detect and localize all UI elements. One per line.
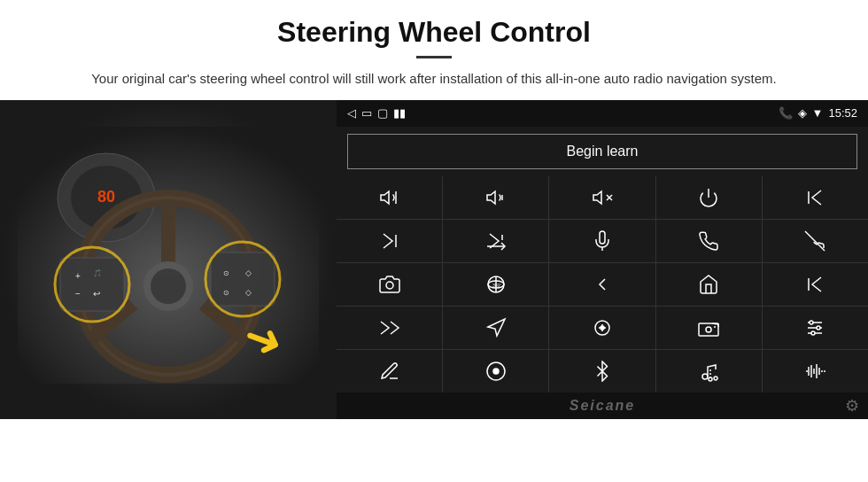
svg-text:◇: ◇	[245, 268, 252, 277]
svg-point-56	[811, 331, 815, 335]
subtitle-text: Your original car's steering wheel contr…	[89, 69, 779, 89]
location-icon: ◈	[798, 106, 807, 120]
recents-icon[interactable]: ▢	[377, 106, 388, 120]
navigation-button[interactable]	[443, 307, 548, 349]
vol-up-button[interactable]	[337, 176, 442, 219]
status-left: ◁ ▭ ▢ ▮▮	[347, 106, 406, 120]
shuffle-next-button[interactable]	[443, 220, 548, 262]
back-icon[interactable]: ◁	[347, 106, 356, 120]
settings-gear-icon[interactable]: ⚙	[845, 396, 859, 416]
svg-point-54	[810, 321, 813, 324]
page-wrapper: Steering Wheel Control Your original car…	[0, 0, 868, 419]
home-icon[interactable]: ▭	[361, 106, 372, 120]
equalizer-button[interactable]	[549, 307, 655, 349]
svg-text:⊙: ⊙	[223, 289, 229, 297]
control-panel: ◁ ▭ ▢ ▮▮ 📞 ◈ ▼ 15:52 Begin learn	[337, 100, 868, 419]
svg-text:↩: ↩	[93, 289, 100, 299]
begin-learn-button[interactable]: Begin learn	[347, 134, 857, 169]
fast-forward-button[interactable]	[337, 307, 442, 349]
svg-point-55	[817, 326, 820, 330]
svg-text:◇: ◇	[245, 288, 252, 297]
svg-point-47	[601, 326, 604, 330]
svg-text:🎵: 🎵	[93, 268, 102, 277]
svg-text:80: 80	[97, 188, 115, 206]
svg-text:⊙: ⊙	[223, 269, 229, 277]
content-area: 80 + 🎵 − ↩	[0, 100, 868, 419]
svg-rect-16	[211, 253, 275, 306]
next-track-button[interactable]	[337, 220, 442, 262]
begin-learn-row: Begin learn	[337, 127, 868, 176]
waveform-button[interactable]	[763, 350, 868, 393]
status-bar: ◁ ▭ ▢ ▮▮ 📞 ◈ ▼ 15:52	[337, 100, 868, 127]
svg-text:360°: 360°	[492, 283, 501, 288]
svg-marker-43	[488, 319, 505, 336]
vol-down-button[interactable]	[443, 176, 548, 219]
icon-grid: 360°	[337, 176, 868, 393]
skip-back-button[interactable]	[763, 263, 868, 306]
360-view-button[interactable]: 360°	[443, 263, 548, 306]
bottom-bar: Seicane ⚙	[337, 393, 868, 419]
settings-eq-button[interactable]	[763, 307, 868, 349]
prev-track-phone-button[interactable]	[763, 176, 868, 219]
header-section: Steering Wheel Control Your original car…	[0, 0, 868, 100]
power-button[interactable]	[656, 176, 762, 219]
back-nav-button[interactable]	[549, 263, 655, 306]
brand-watermark: Seicane	[570, 398, 635, 414]
end-call-button[interactable]	[763, 220, 868, 262]
svg-point-60	[714, 377, 717, 380]
music-settings-button[interactable]	[656, 350, 762, 393]
time-display: 15:52	[828, 106, 857, 120]
radio-button[interactable]	[656, 307, 762, 349]
bluetooth-button[interactable]	[549, 350, 655, 393]
pen-button[interactable]	[337, 350, 442, 393]
svg-marker-23	[381, 191, 389, 204]
car-background: 80 + 🎵 − ↩	[0, 100, 337, 419]
svg-point-58	[493, 369, 499, 374]
home-nav-button[interactable]	[656, 263, 762, 306]
phone-call-button[interactable]	[656, 220, 762, 262]
svg-point-59	[702, 374, 708, 379]
status-right: 📞 ◈ ▼ 15:52	[779, 106, 857, 120]
mic-button[interactable]	[549, 220, 655, 262]
svg-line-36	[805, 231, 825, 251]
svg-point-49	[706, 327, 711, 332]
title-divider	[416, 56, 452, 58]
svg-marker-27	[593, 191, 601, 204]
car-image-section: 80 + 🎵 − ↩	[0, 100, 337, 419]
svg-point-37	[386, 282, 393, 289]
circle-dot-button[interactable]	[443, 350, 548, 393]
sim-icon: ▮▮	[393, 106, 406, 120]
svg-point-62	[709, 377, 712, 381]
phone-status-icon: 📞	[779, 106, 793, 120]
svg-marker-25	[487, 191, 495, 204]
svg-point-10	[151, 268, 186, 304]
signal-icon: ▼	[812, 106, 824, 120]
svg-text:−: −	[75, 289, 81, 299]
svg-rect-11	[60, 258, 124, 311]
page-title: Steering Wheel Control	[35, 16, 833, 49]
camera-button[interactable]	[337, 263, 442, 306]
vol-mute-button[interactable]	[549, 176, 655, 219]
svg-text:+: +	[75, 271, 81, 281]
svg-rect-48	[699, 323, 718, 336]
